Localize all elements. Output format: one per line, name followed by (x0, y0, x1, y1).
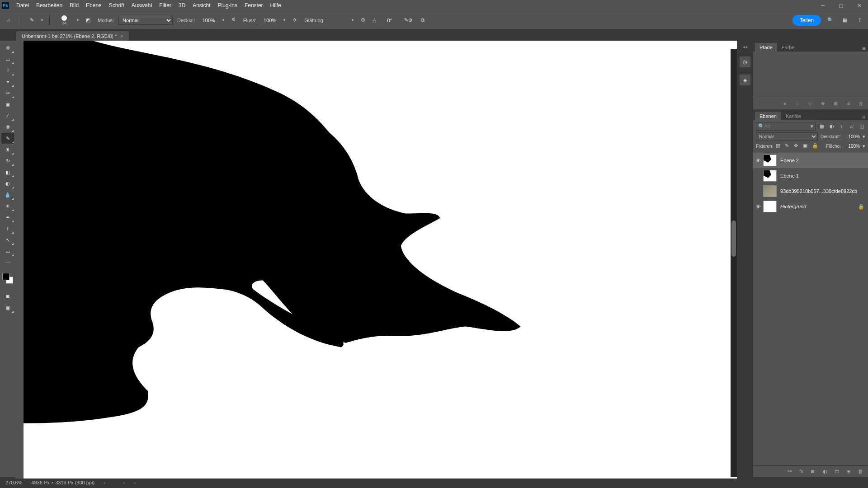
filter-shape-icon[interactable]: ▱ (848, 123, 855, 130)
history-panel-icon[interactable]: ◷ (740, 56, 750, 67)
dodge-tool[interactable]: ☀ (1, 201, 14, 211)
layer-name[interactable]: Hintergrund (780, 204, 858, 209)
smoothing-input[interactable] (329, 18, 347, 23)
angle-input[interactable] (381, 18, 399, 23)
filter-pixel-icon[interactable]: ▦ (818, 123, 826, 130)
filter-adjust-icon[interactable]: ◐ (828, 123, 835, 130)
layer-group-icon[interactable]: 🗀 (835, 469, 841, 475)
pfade-panel-body[interactable] (753, 52, 868, 97)
color-swatches[interactable] (1, 272, 14, 285)
search-icon[interactable]: 🔍 (826, 15, 835, 25)
document-tab[interactable]: Unbenannt-1 bei 271% (Ebene 2, RGB/8) * … (16, 31, 129, 41)
expand-dock-icon[interactable]: ◂◂ (743, 44, 747, 49)
link-layers-icon[interactable]: ⚯ (788, 469, 794, 475)
type-tool[interactable]: T (1, 223, 14, 234)
layer-name[interactable]: Ebene 2 (780, 158, 864, 163)
heal-tool[interactable]: ✚ (1, 122, 14, 132)
layer-thumbnail[interactable] (763, 155, 777, 166)
fill-value[interactable]: 100% (844, 144, 860, 149)
layer-thumbnail[interactable] (763, 201, 777, 212)
move-tool[interactable]: ✥ (1, 42, 14, 53)
fill-path-icon[interactable]: ● (781, 100, 788, 107)
quickmask-tool[interactable]: ◙ (1, 291, 14, 301)
share-button[interactable]: Teilen (793, 15, 821, 26)
brush-tool[interactable]: ✎ (1, 133, 14, 144)
menu-ansicht[interactable]: Ansicht (189, 0, 214, 11)
vertical-ruler[interactable] (15, 41, 24, 479)
pressure-opacity-icon[interactable]: ✎̃ (229, 15, 239, 25)
farbe-tab[interactable]: Farbe (777, 43, 799, 52)
layer-visibility-toggle[interactable] (753, 168, 763, 183)
more-tools[interactable]: ⋯ (1, 257, 14, 268)
smoothing-options-icon[interactable]: ⚙ (358, 15, 368, 25)
layer-mask-icon[interactable]: ◙ (811, 469, 817, 475)
ebenen-panel-menu-icon[interactable]: ≡ (859, 114, 868, 120)
layer-opacity-value[interactable]: 100% (844, 134, 860, 139)
wand-tool[interactable]: ✦ (1, 76, 14, 87)
layer-filter-input[interactable] (764, 124, 778, 129)
eyedropper-tool[interactable]: ⁄ (1, 110, 14, 121)
pfade-tab[interactable]: Pfade (755, 43, 777, 52)
delete-layer-icon[interactable]: 🗑 (858, 469, 864, 475)
delete-path-icon[interactable]: 🗑 (857, 100, 864, 107)
flow-input[interactable] (261, 18, 279, 23)
history-brush-tool[interactable]: ↻ (1, 155, 14, 166)
layer-name[interactable]: Ebene 1 (780, 173, 864, 178)
status-prev-icon[interactable]: ‹ (123, 480, 125, 485)
foreground-color[interactable] (2, 273, 9, 280)
opacity-input[interactable] (200, 18, 218, 23)
layer-visibility-toggle[interactable] (753, 183, 763, 199)
layer-blend-mode-select[interactable]: Normal (756, 132, 818, 141)
layer-filter-search[interactable]: 🔍 ▾ (756, 122, 816, 131)
layer-name[interactable]: 93db395218b057...330cfde8922cb (780, 188, 864, 194)
new-path-icon[interactable]: ⊞ (844, 100, 852, 107)
pen-tool[interactable]: ✒ (1, 212, 14, 223)
path-to-selection-icon[interactable]: ◇ (807, 100, 814, 107)
lasso-tool[interactable]: ⌇ (1, 65, 14, 76)
selection-to-path-icon[interactable]: ◆ (819, 100, 826, 107)
lock-artboard-icon[interactable]: ▣ (803, 143, 809, 149)
vertical-scrollbar[interactable] (731, 49, 737, 477)
canvas[interactable] (24, 41, 737, 479)
menu-bild[interactable]: Bild (66, 0, 82, 11)
screenmode-tool[interactable]: ▣ (1, 302, 14, 313)
tab-close-icon[interactable]: × (120, 33, 123, 39)
minimize-button[interactable]: ─ (814, 0, 832, 11)
menu-hilfe[interactable]: Hilfe (267, 0, 285, 11)
maximize-button[interactable]: ▢ (832, 0, 850, 11)
path-select-tool[interactable]: ↖ (1, 235, 14, 245)
brush-panel-icon[interactable]: ◩ (83, 15, 93, 25)
stroke-path-icon[interactable]: ○ (794, 100, 801, 107)
close-button[interactable]: ✕ (850, 0, 868, 11)
adjustment-layer-icon[interactable]: ◐ (823, 469, 829, 475)
layer-row[interactable]: 93db395218b057...330cfde8922cb (753, 183, 868, 199)
brush-tool-icon[interactable]: ✎ (27, 15, 37, 25)
frame-tool[interactable]: ▣ (1, 99, 14, 110)
properties-panel-icon[interactable]: ◈ (740, 75, 750, 85)
blur-tool[interactable]: 💧 (1, 189, 14, 200)
pfade-panel-menu-icon[interactable]: ≡ (859, 45, 868, 52)
lock-transparency-icon[interactable]: ▨ (776, 143, 782, 149)
layer-thumbnail[interactable] (763, 185, 777, 197)
workspace-icon[interactable]: ▦ (840, 15, 850, 25)
symmetry-icon[interactable]: ⧉ (418, 15, 428, 25)
ebenen-tab[interactable]: Ebenen (755, 112, 781, 120)
brush-preset-picker[interactable]: 34 (56, 14, 72, 27)
menu-bearbeiten[interactable]: Bearbeiten (33, 0, 66, 11)
lock-pixels-icon[interactable]: ✎ (785, 143, 791, 149)
layer-style-icon[interactable]: fx (799, 469, 806, 475)
filter-type-icon[interactable]: T (838, 123, 845, 130)
menu-datei[interactable]: Datei (13, 0, 33, 11)
layer-row[interactable]: Ebene 1 (753, 168, 868, 183)
menu-filter[interactable]: Filter (156, 0, 175, 11)
crop-tool[interactable]: ✂ (1, 88, 14, 99)
gradient-tool[interactable]: ◐ (1, 178, 14, 189)
menu-auswahl[interactable]: Auswahl (128, 0, 156, 11)
layer-visibility-toggle[interactable]: 👁 (753, 153, 763, 168)
menu-3d[interactable]: 3D (175, 0, 189, 11)
layer-row[interactable]: 👁Hintergrund🔒 (753, 199, 868, 214)
home-icon[interactable]: ⌂ (4, 15, 14, 25)
layer-visibility-toggle[interactable]: 👁 (753, 199, 763, 214)
scrollbar-thumb[interactable] (731, 221, 736, 257)
marquee-tool[interactable]: ▭ (1, 54, 14, 65)
